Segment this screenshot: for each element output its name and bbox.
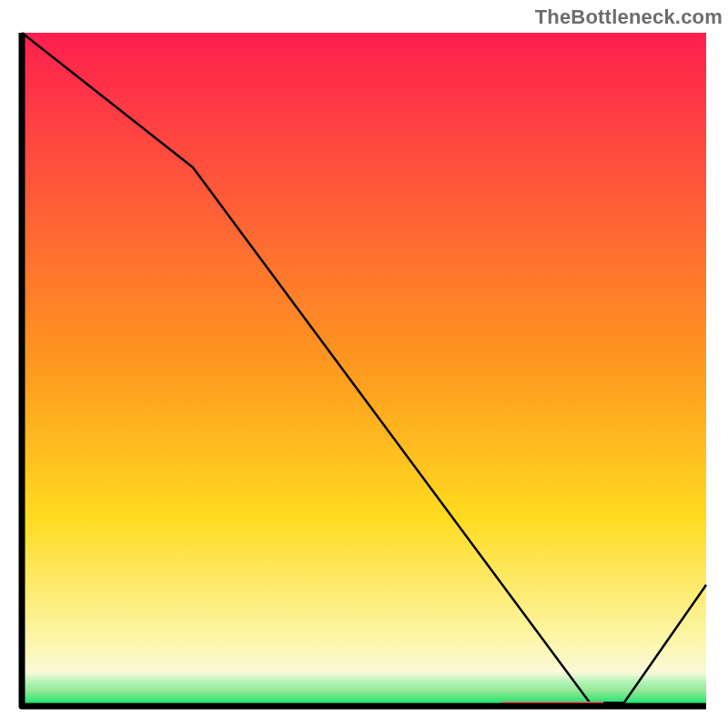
brand-link[interactable]: TheBottleneck.com: [535, 5, 723, 29]
chart-container: [16, 27, 712, 712]
bottleneck-chart: [16, 27, 712, 712]
